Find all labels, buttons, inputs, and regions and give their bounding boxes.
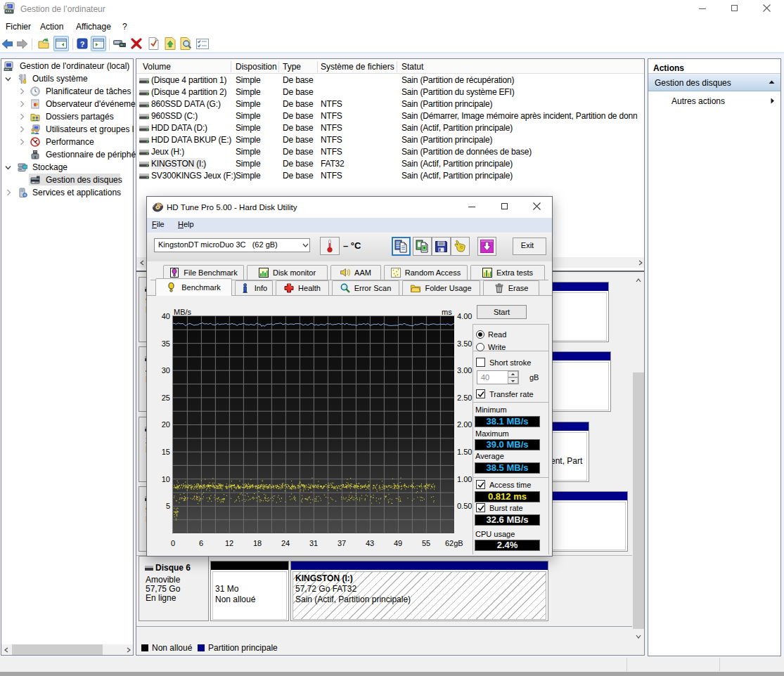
svg-text:?: ? [80, 40, 85, 48]
